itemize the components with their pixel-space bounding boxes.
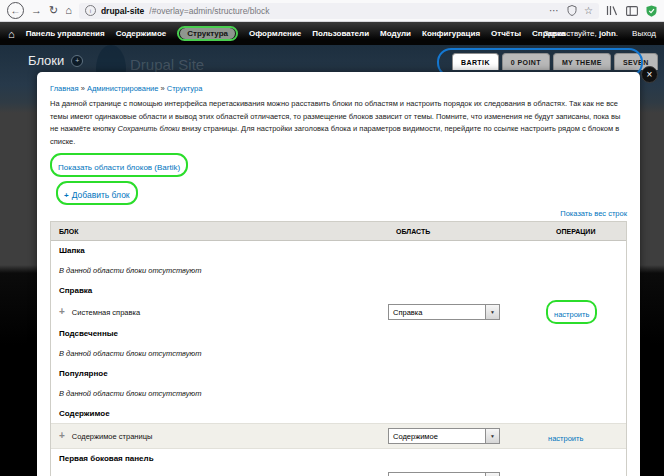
demonstrate-regions-link[interactable]: Показать области блоков (Bartik) [58, 163, 180, 172]
logout-link[interactable]: Выход [632, 29, 656, 38]
shortcut-toggle-icon[interactable]: + [71, 55, 83, 67]
overlay-panel: Главная » Администрирование » Структура … [37, 72, 640, 476]
table-row-empty: В данной области блоки отсутствуют [51, 260, 626, 281]
overlay-close-button[interactable]: × [641, 66, 658, 83]
table-row-group: Первая боковая панель [51, 449, 626, 468]
add-block-button[interactable]: +Добавить блок [64, 191, 130, 200]
breadcrumb-link[interactable]: Администрирование [87, 84, 159, 93]
toolbar-item[interactable]: Модули [380, 29, 411, 38]
back-button[interactable]: ← [7, 2, 24, 19]
table-row-group: Содержимое [51, 404, 626, 423]
table-body: ШапкаВ данной области блоки отсутствуютС… [51, 241, 626, 476]
site-info-icon[interactable]: i [85, 5, 96, 16]
annotation-green-ring-add-block: +Добавить блок [56, 181, 138, 205]
breadcrumb-separator: » [158, 84, 166, 93]
region-select[interactable]: Справка▼ [388, 304, 500, 320]
region-select-value: Содержимое [389, 432, 485, 441]
table-row-group: Популярное [51, 364, 626, 383]
page-actions-icon[interactable]: ⋯ [549, 5, 560, 16]
drag-handle-icon[interactable]: + [59, 431, 65, 441]
add-block-row: +Добавить блок [56, 181, 627, 205]
table-row-block: +Системная справкаСправка▼настроить [51, 300, 626, 324]
table-row-block: +Форма поискаПервая боковая панель▼настр… [51, 468, 626, 476]
background-site-name: Drupal Site [130, 56, 204, 73]
theme-tab[interactable]: 0 POINT [502, 53, 550, 70]
table-row-empty: В данной области блоки отсутствуют [51, 383, 626, 404]
breadcrumb-link[interactable]: Структура [167, 84, 203, 93]
sidebar-toggle-icon[interactable] [626, 6, 638, 16]
security-shield-icon[interactable] [646, 5, 657, 17]
browser-right-icons [606, 5, 657, 17]
bookmark-star-icon[interactable]: ☆ [584, 5, 593, 16]
block-title: Содержимое страницы [72, 432, 152, 441]
home-button[interactable]: ⌂ [65, 5, 72, 16]
demo-link-row: Показать области блоков (Bartik) [50, 153, 627, 177]
blocks-table: БЛОК ОБЛАСТЬ ОПЕРАЦИИ ШапкаВ данной обла… [50, 221, 627, 476]
breadcrumb-separator: » [79, 84, 87, 93]
drag-handle-icon[interactable]: + [59, 307, 65, 317]
admin-menu: ⌂ Панель управленияСодержимоеСтруктураОф… [8, 26, 544, 41]
toolbar-item[interactable]: Содержимое [116, 29, 167, 38]
table-header-row: БЛОК ОБЛАСТЬ ОПЕРАЦИИ [51, 222, 626, 241]
screenshot-root: ← → ↻ ⌂ i drupal-site /#overlay=admin/st… [0, 0, 664, 476]
browser-toolbar: ← → ↻ ⌂ i drupal-site /#overlay=admin/st… [0, 0, 664, 22]
region-group-label: Популярное [59, 369, 108, 378]
url-host: drupal-site [101, 6, 144, 16]
annotation-green-ring-demo-link: Показать области блоков (Bartik) [50, 153, 188, 177]
region-group-label: Первая боковая панель [59, 454, 154, 463]
library-icon[interactable] [606, 5, 618, 16]
toolbar-home-icon[interactable]: ⌂ [8, 28, 15, 40]
table-row-group: Справка [51, 281, 626, 300]
toolbar-item[interactable]: Пользователи [312, 29, 369, 38]
region-group-label: Справка [59, 286, 92, 295]
toolbar-item[interactable]: Оформление [249, 29, 301, 38]
region-cell: Содержимое▼ [388, 428, 548, 444]
drupal-admin-toolbar: ⌂ Панель управленияСодержимоеСтруктураОф… [0, 22, 664, 45]
configure-link[interactable]: настроить [548, 434, 583, 443]
theme-tabs: BARTIK0 POINTMY THEMESEVEN [452, 53, 658, 70]
block-title: Системная справка [72, 308, 140, 317]
operations-cell: настроить [548, 427, 626, 445]
user-greeting: Здравствуйте, john. [544, 29, 618, 38]
tracking-shield-icon[interactable] [567, 5, 577, 16]
annotation-green-ring-toolbar-item: Структура [177, 26, 238, 41]
breadcrumb-link[interactable]: Главная [50, 84, 79, 93]
toolbar-item[interactable]: Конфигурация [422, 29, 480, 38]
url-bar[interactable]: i drupal-site /#overlay=admin/structure/… [79, 3, 599, 19]
back-arrow-icon: ← [11, 5, 21, 16]
toolbar-item[interactable]: Панель управления [26, 29, 105, 38]
block-cell: +Системная справка [51, 307, 388, 317]
operations-cell: настроить [548, 300, 626, 324]
overlay-page-title: Блоки + [28, 53, 83, 68]
select-arrow-icon: ▼ [485, 429, 499, 443]
theme-tab[interactable]: BARTIK [452, 53, 499, 70]
reload-button[interactable]: ↻ [49, 5, 58, 16]
region-cell: Первая боковая панель▼ [388, 472, 548, 476]
configure-link[interactable]: настроить [554, 310, 589, 319]
region-group-label: Подсвеченные [59, 329, 118, 338]
select-arrow-icon: ▼ [485, 305, 499, 319]
username: john [599, 29, 616, 38]
region-cell: Справка▼ [388, 304, 548, 320]
region-group-label: Содержимое [59, 409, 110, 418]
page-description: На данной странице с помощью интерфейса … [50, 98, 627, 148]
table-row-block: +Содержимое страницыСодержимое▼настроить [51, 423, 626, 449]
region-group-label: Шапка [59, 246, 85, 255]
urlbar-action-icons: ⋯ ☆ [549, 5, 593, 16]
column-header-region: ОБЛАСТЬ [388, 228, 548, 235]
region-select[interactable]: Содержимое▼ [388, 428, 500, 444]
toolbar-item[interactable]: Отчёты [491, 29, 521, 38]
plus-icon: + [64, 191, 69, 200]
block-cell: +Содержимое страницы [51, 431, 388, 441]
region-select[interactable]: Первая боковая панель▼ [388, 472, 500, 476]
forward-button[interactable]: → [31, 5, 42, 16]
show-row-weights-link[interactable]: Показать вес строк [560, 209, 627, 218]
toolbar-item[interactable]: Структура [180, 28, 235, 39]
url-path: /#overlay=admin/structure/block [149, 6, 544, 16]
annotation-green-ring-configure: настроить [546, 300, 597, 324]
breadcrumb: Главная » Администрирование » Структура [50, 84, 627, 93]
empty-region-text: В данной области блоки отсутствуют [59, 266, 201, 275]
table-row-group: Шапка [51, 241, 626, 260]
table-row-group: Подсвеченные [51, 324, 626, 343]
theme-tab[interactable]: MY THEME [553, 53, 611, 70]
